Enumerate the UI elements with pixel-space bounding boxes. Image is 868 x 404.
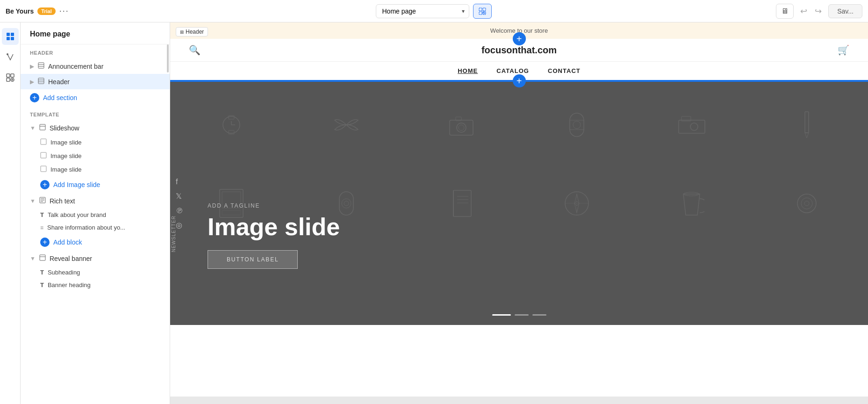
save-button[interactable]: Sav...: [828, 4, 862, 18]
slideshow-icon: [39, 124, 46, 132]
doodle-camera1: [405, 87, 518, 163]
desktop-view-button[interactable]: 🖥: [776, 4, 794, 19]
svg-rect-0: [479, 8, 482, 11]
sidebar-subitem-image-slide-2[interactable]: Image slide: [21, 149, 170, 163]
store-preview: ⊞ Header Welcome to our store + 🔍 focuso…: [170, 22, 868, 397]
sidebar-item-rich-text[interactable]: ▼ Rich text: [21, 193, 170, 209]
apps-icon-button[interactable]: [2, 49, 19, 65]
sidebar-subitem-talk-about-brand[interactable]: T Talk about your brand: [21, 209, 170, 221]
facebook-icon[interactable]: f: [176, 178, 183, 186]
subheading-icon: T: [40, 269, 44, 276]
trial-badge: Trial: [37, 7, 56, 15]
reveal-banner-label: Reveal banner: [50, 255, 160, 262]
page-select[interactable]: Home page: [376, 4, 469, 18]
undo-button[interactable]: ↩: [797, 4, 810, 18]
scroll-thumb: [167, 44, 169, 72]
slide-dot-2[interactable]: [515, 314, 529, 316]
sections-icon-button[interactable]: [2, 28, 19, 45]
svg-point-39: [457, 123, 466, 132]
topbar-left: Be Yours Trial ···: [6, 6, 288, 16]
svg-point-55: [342, 199, 351, 208]
svg-rect-8: [11, 37, 14, 40]
add-section-button[interactable]: + Add section: [21, 89, 170, 106]
more-button[interactable]: ···: [59, 6, 69, 16]
nav-wrapper: HOME CATALOG CONTACT +: [170, 62, 868, 82]
topbar: Be Yours Trial ··· Home page ▾ 🖥 ↩ ↪: [0, 0, 868, 22]
search-icon[interactable]: 🔍: [189, 44, 201, 56]
announcement-bar-icon: [38, 62, 44, 70]
svg-point-40: [459, 125, 464, 130]
announcement-bar-label: Announcement bar: [48, 63, 160, 70]
add-block-circle-icon: +: [40, 238, 50, 247]
rich-text-icon: [39, 197, 46, 205]
add-icon: [6, 73, 15, 82]
svg-rect-12: [7, 78, 10, 81]
add-image-slide-button[interactable]: + Add Image slide: [21, 176, 170, 193]
add-section-plus-nav[interactable]: +: [513, 74, 526, 87]
image-slide-label-3: Image slide: [50, 166, 81, 173]
chevron-right-icon-2: ▶: [30, 79, 34, 85]
banner-heading-icon: T: [40, 281, 44, 289]
apps-icon: [6, 52, 15, 62]
store-logo: focusonthat.com: [481, 45, 557, 56]
doodle-notebook: [405, 165, 518, 242]
sidebar-item-header[interactable]: ▶ Header: [21, 74, 170, 89]
svg-rect-31: [40, 255, 45, 260]
svg-rect-11: [11, 74, 14, 77]
pinterest-icon[interactable]: ℗: [176, 206, 183, 215]
hero-section: f 𝕏 ℗ ◎ NEWSLETTER ADD A TAGLINE Image s…: [170, 82, 868, 325]
rich-text-label: Rich text: [50, 197, 160, 205]
sidebar-subitem-share-info[interactable]: ≡ Share information about yo...: [21, 221, 170, 234]
sidebar-title: Home page: [21, 22, 170, 44]
hero-button[interactable]: BUTTON LABEL: [208, 250, 298, 269]
svg-point-70: [804, 201, 809, 206]
image-slide-icon-1: [40, 138, 47, 146]
add-section-plus-top[interactable]: +: [513, 32, 526, 45]
doodle-watch: [175, 87, 288, 163]
share-info-icon: ≡: [40, 224, 43, 231]
svg-rect-26: [41, 166, 46, 172]
header-section-label: HEADER: [21, 44, 170, 58]
social-bar: f 𝕏 ℗ ◎: [176, 178, 183, 230]
sidebar-item-announcement-bar[interactable]: ▶ Announcement bar: [21, 58, 170, 74]
selection-tool-button[interactable]: [473, 4, 492, 19]
chevron-down-icon-reveal-banner: ▼: [30, 255, 36, 262]
chevron-down-icon-slideshow: ▼: [30, 125, 36, 131]
header-icon: [38, 78, 44, 86]
topbar-center: Home page ▾: [293, 4, 575, 19]
slide-dot-1[interactable]: [492, 314, 511, 316]
sidebar-subitem-subheading[interactable]: T Subheading: [21, 266, 170, 279]
nav-home[interactable]: HOME: [458, 67, 478, 74]
add-section-circle-icon: +: [30, 93, 39, 102]
svg-marker-50: [805, 133, 809, 138]
svg-point-69: [801, 198, 812, 209]
twitter-icon[interactable]: 𝕏: [176, 192, 183, 201]
add-block-button[interactable]: + Add block: [21, 234, 170, 251]
sidebar-subitem-image-slide-1[interactable]: Image slide: [21, 136, 170, 149]
sidebar-item-slideshow[interactable]: ▼ Slideshow: [21, 120, 170, 136]
svg-rect-1: [483, 8, 486, 11]
svg-rect-24: [41, 139, 46, 144]
main-layout: Home page HEADER ▶ Announcement bar ▶: [0, 22, 868, 404]
svg-rect-16: [38, 63, 44, 68]
nav-contact[interactable]: CONTACT: [548, 67, 581, 74]
sections-icon: [6, 32, 15, 41]
sidebar-subitem-banner-heading[interactable]: T Banner heading: [21, 279, 170, 291]
sidebar-subitem-image-slide-3[interactable]: Image slide: [21, 163, 170, 176]
doodle-camera2: [635, 87, 748, 163]
sidebar-item-reveal-banner[interactable]: ▼ Reveal banner: [21, 251, 170, 266]
add-icon-button[interactable]: [2, 69, 19, 86]
slide-dot-3[interactable]: [532, 314, 546, 316]
nav-catalog[interactable]: CATALOG: [496, 67, 529, 74]
header-section-badge: ⊞ Header: [176, 27, 208, 36]
selection-icon: [478, 7, 487, 15]
doodle-pencil: [750, 87, 863, 163]
announcement-bar-preview: ⊞ Header Welcome to our store +: [170, 22, 868, 39]
share-info-label: Share information about yo...: [47, 224, 125, 231]
cart-icon[interactable]: 🛒: [838, 44, 849, 56]
doodle-lens1: [520, 87, 633, 163]
instagram-icon[interactable]: ◎: [176, 221, 183, 230]
template-section-label: TEMPLATE: [21, 106, 170, 120]
svg-point-56: [344, 201, 349, 206]
redo-button[interactable]: ↪: [812, 4, 825, 18]
